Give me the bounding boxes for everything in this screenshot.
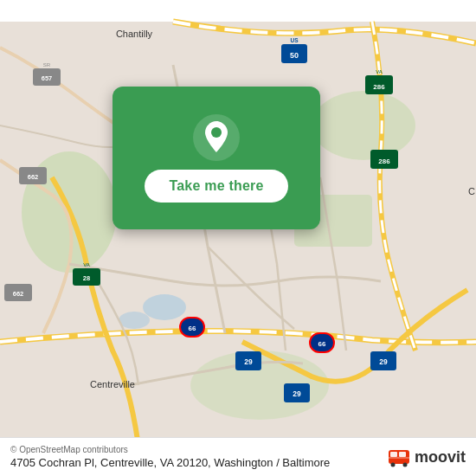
svg-text:VA: VA — [83, 262, 90, 267]
svg-point-44 — [402, 463, 407, 467]
svg-rect-41 — [390, 452, 397, 457]
take-me-there-button[interactable]: Take me there — [145, 170, 287, 203]
map-svg: 50 US 286 VA 286 657 SR 662 662 28 VA 66… — [0, 0, 476, 476]
svg-text:29: 29 — [379, 357, 388, 366]
svg-text:662: 662 — [13, 290, 24, 298]
svg-text:286: 286 — [378, 158, 390, 165]
svg-text:SR: SR — [43, 62, 51, 68]
svg-text:Centreville: Centreville — [90, 379, 135, 389]
moovit-bus-icon — [387, 445, 411, 469]
svg-text:C: C — [468, 186, 475, 196]
svg-point-2 — [312, 91, 415, 160]
svg-rect-42 — [399, 452, 406, 457]
svg-text:VA: VA — [376, 69, 383, 74]
svg-point-6 — [119, 312, 150, 329]
svg-rect-45 — [389, 457, 409, 459]
svg-text:US: US — [290, 37, 299, 43]
svg-point-43 — [390, 463, 395, 467]
svg-text:29: 29 — [293, 389, 301, 398]
map-container: 50 US 286 VA 286 657 SR 662 662 28 VA 66… — [0, 0, 476, 476]
action-card: Take me there — [113, 87, 320, 229]
svg-text:66: 66 — [189, 325, 196, 332]
svg-text:286: 286 — [373, 83, 385, 91]
osm-credit: © OpenStreetMap contributors — [10, 445, 330, 454]
svg-text:Chantilly: Chantilly — [116, 29, 153, 39]
svg-text:66: 66 — [318, 340, 326, 348]
bottom-bar: © OpenStreetMap contributors 4705 Cochra… — [0, 437, 476, 476]
svg-text:28: 28 — [83, 274, 90, 282]
svg-point-39 — [211, 127, 222, 138]
moovit-logo: moovit — [387, 445, 466, 469]
moovit-text: moovit — [415, 448, 466, 466]
svg-text:50: 50 — [290, 51, 299, 60]
svg-text:657: 657 — [42, 74, 53, 82]
svg-point-5 — [143, 294, 186, 320]
svg-text:662: 662 — [28, 173, 39, 181]
bottom-left: © OpenStreetMap contributors 4705 Cochra… — [10, 445, 330, 469]
location-pin-icon — [193, 114, 240, 161]
address-text: 4705 Cochran Pl, Centreville, VA 20120, … — [10, 456, 330, 469]
svg-text:29: 29 — [244, 357, 253, 366]
